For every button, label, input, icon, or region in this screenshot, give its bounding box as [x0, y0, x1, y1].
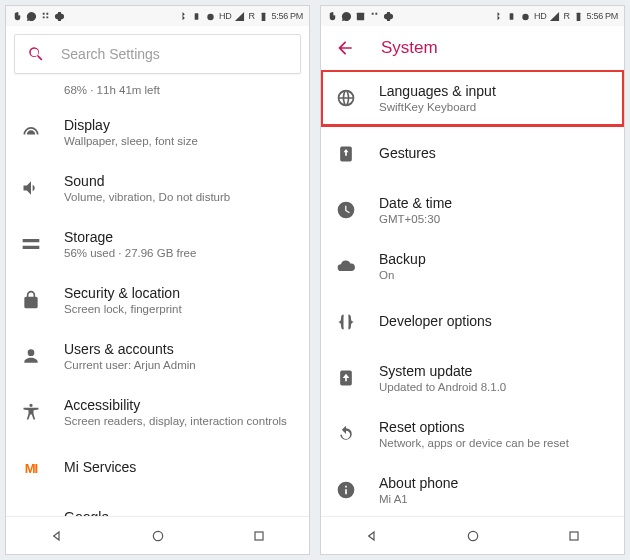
row-clock[interactable]: Date & timeGMT+05:30 [321, 182, 624, 238]
svg-point-1 [207, 13, 213, 19]
recent-button[interactable] [566, 528, 582, 544]
roaming-indicator: R [563, 11, 569, 21]
nav-bar [321, 516, 624, 554]
row-storage[interactable]: Storage56% used · 27.96 GB free [6, 216, 309, 272]
page-title: System [381, 38, 438, 58]
row-security[interactable]: Security & locationScreen lock, fingerpr… [6, 272, 309, 328]
app-icon [369, 11, 380, 22]
home-button[interactable] [150, 528, 166, 544]
back-button[interactable] [49, 528, 65, 544]
row-cloud[interactable]: BackupOn [321, 238, 624, 294]
hand-icon [327, 11, 338, 22]
whatsapp-icon [26, 11, 37, 22]
row-gestures[interactable]: Gestures [321, 126, 624, 182]
row-accessibility[interactable]: AccessibilityScreen readers, display, in… [6, 384, 309, 440]
row-mi[interactable]: MIMi Services [6, 440, 309, 496]
sound-icon [20, 178, 42, 198]
clock-text: 5:56 PM [272, 11, 303, 21]
globe-icon [335, 88, 357, 108]
battery-icon [573, 11, 584, 22]
bluetooth-icon [177, 11, 188, 22]
row-google[interactable]: GGoogleServices & preferences [6, 496, 309, 516]
svg-rect-10 [570, 532, 578, 540]
system-header: System [321, 26, 624, 70]
row-update[interactable]: System updateUpdated to Android 8.1.0 [321, 350, 624, 406]
hd-indicator: HD [219, 11, 231, 21]
svg-rect-5 [357, 12, 364, 19]
vibrate-icon [191, 11, 202, 22]
row-display[interactable]: DisplayWallpaper, sleep, font size [6, 104, 309, 160]
svg-point-9 [468, 531, 477, 540]
braces-icon [335, 312, 357, 332]
nav-bar [6, 516, 309, 554]
whatsapp-icon [341, 11, 352, 22]
accessibility-icon [20, 402, 42, 422]
mi-icon: MI [20, 461, 42, 476]
search-settings-bar[interactable]: Search Settings [14, 34, 301, 74]
system-list: Languages & inputSwiftKey KeyboardGestur… [321, 70, 624, 516]
back-button[interactable] [364, 528, 380, 544]
settings-main-screen: HD R 5:56 PM Search Settings 68% · 11h 4… [5, 5, 310, 555]
home-button[interactable] [465, 528, 481, 544]
clock-icon [335, 200, 357, 220]
roaming-indicator: R [248, 11, 254, 21]
users-icon [20, 346, 42, 366]
app-icon [40, 11, 51, 22]
search-placeholder: Search Settings [61, 46, 160, 62]
security-icon [20, 290, 42, 310]
row-sound[interactable]: SoundVolume, vibration, Do not disturb [6, 160, 309, 216]
battery-icon [258, 11, 269, 22]
watch-icon [383, 11, 394, 22]
info-icon [335, 480, 357, 500]
svg-rect-8 [576, 12, 580, 20]
alarm-icon [205, 11, 216, 22]
recent-button[interactable] [251, 528, 267, 544]
signal-icon [549, 11, 560, 22]
alarm-icon [520, 11, 531, 22]
svg-point-3 [153, 531, 162, 540]
row-reset[interactable]: Reset optionsNetwork, apps or device can… [321, 406, 624, 462]
svg-rect-6 [510, 13, 514, 19]
row-info[interactable]: About phoneMi A1 [321, 462, 624, 516]
hand-icon [12, 11, 23, 22]
cloud-icon [335, 256, 357, 276]
row-braces[interactable]: Developer options [321, 294, 624, 350]
vibrate-icon [506, 11, 517, 22]
signal-icon [234, 11, 245, 22]
system-settings-screen: HD R 5:56 PM System Languages & inputSwi… [320, 5, 625, 555]
reset-icon [335, 424, 357, 444]
display-icon [20, 122, 42, 142]
svg-rect-2 [261, 12, 265, 20]
clock-text: 5:56 PM [587, 11, 618, 21]
row-globe[interactable]: Languages & inputSwiftKey Keyboard [321, 70, 624, 126]
back-arrow-icon[interactable] [335, 38, 355, 58]
storage-icon [20, 234, 42, 254]
status-bar: HD R 5:56 PM [6, 6, 309, 26]
gestures-icon [335, 144, 357, 164]
svg-rect-0 [195, 13, 199, 19]
row-users[interactable]: Users & accountsCurrent user: Arjun Admi… [6, 328, 309, 384]
bluetooth-icon [492, 11, 503, 22]
update-icon [335, 368, 357, 388]
battery-row-partial[interactable]: 68% · 11h 41m left [6, 82, 309, 104]
status-bar: HD R 5:56 PM [321, 6, 624, 26]
svg-point-7 [522, 13, 528, 19]
image-icon [355, 11, 366, 22]
watch-icon [54, 11, 65, 22]
settings-list: DisplayWallpaper, sleep, font sizeSoundV… [6, 104, 309, 516]
hd-indicator: HD [534, 11, 546, 21]
search-icon [27, 45, 45, 63]
svg-rect-4 [255, 532, 263, 540]
